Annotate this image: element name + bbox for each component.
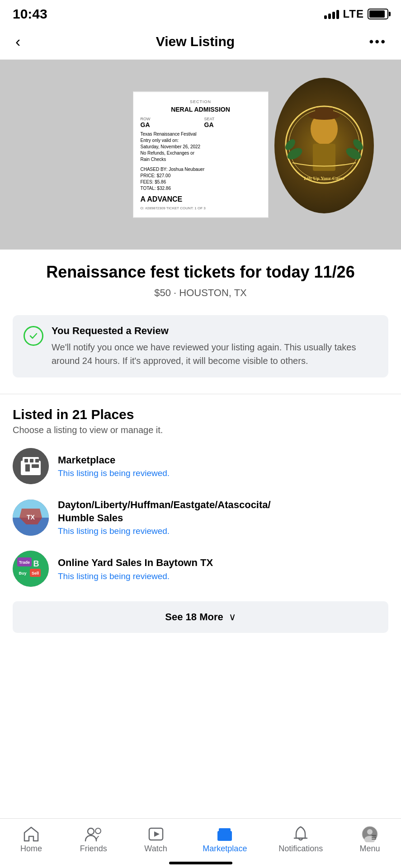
row-block: ROW GA — [141, 117, 197, 128]
svg-text:Sell: Sell — [32, 571, 39, 576]
header: ‹ View Listing ••• — [0, 25, 401, 60]
listing-item-info-yardsales: Online Yard Sales In Baytown TX This lis… — [58, 557, 213, 581]
svg-text:Buy: Buy — [19, 571, 26, 576]
price: PRICE: $27.00 — [141, 173, 261, 179]
signal-bar-4 — [336, 10, 339, 19]
list-item[interactable]: Trade Buy Sell B Online Yard Sales In Ba… — [13, 551, 388, 587]
svg-rect-4 — [315, 108, 333, 118]
listed-subheading: Choose a listing to view or manage it. — [13, 425, 388, 435]
svg-rect-47 — [372, 837, 376, 838]
nav-item-watch[interactable]: Watch — [133, 824, 179, 855]
back-button[interactable]: ‹ — [11, 31, 25, 52]
listing-title: Renaissance fest tickets for today 11/26 — [13, 262, 388, 282]
signal-bar-3 — [332, 12, 335, 19]
more-options-button[interactable]: ••• — [366, 33, 390, 51]
admission-title: NERAL ADMISSION — [141, 106, 261, 113]
texas-sales-avatar: TX — [13, 500, 49, 536]
svg-marker-35 — [154, 831, 160, 837]
row-seat: ROW GA SEAT GA — [141, 117, 261, 128]
svg-rect-18 — [32, 464, 39, 468]
signal-bar-2 — [328, 14, 331, 19]
svg-text:Trade: Trade — [19, 560, 30, 565]
ticket-image: SECTION NERAL ADMISSION ROW GA SEAT GA T… — [0, 60, 401, 250]
seat-label: SEAT — [204, 117, 261, 121]
listing-content: Renaissance fest tickets for today 11/26… — [0, 250, 401, 377]
listing-item-name-marketplace: Marketplace — [58, 454, 170, 467]
nav-label-notifications: Notifications — [278, 844, 323, 854]
listing-item-status-yardsales: This listing is being reviewed. — [58, 571, 213, 581]
svg-rect-40 — [222, 835, 225, 839]
svg-text:B: B — [33, 559, 39, 568]
list-item[interactable]: Marketplace This listing is being review… — [13, 448, 388, 484]
svg-point-32 — [88, 828, 94, 835]
fest-info: Texas Renaissance FestivalEntry only val… — [141, 131, 261, 163]
battery-icon — [368, 9, 388, 19]
review-box: You Requested a Review We'll notify you … — [13, 315, 388, 377]
nav-item-marketplace[interactable]: Marketplace — [195, 824, 254, 855]
nav-item-friends[interactable]: Friends — [71, 824, 116, 855]
review-heading: You Requested a Review — [52, 325, 377, 337]
purchase-label: CHASED BY: Joshua Neubauer — [141, 166, 261, 173]
svg-point-24 — [13, 551, 49, 587]
nav-item-menu[interactable]: Menu — [347, 824, 392, 855]
section-label: SECTION — [141, 99, 261, 104]
svg-rect-14 — [24, 459, 28, 462]
marketplace-avatar-svg — [13, 448, 49, 484]
svg-rect-17 — [25, 464, 30, 472]
list-item[interactable]: TX Dayton/Liberty/Huffman/Eastgate/Atasc… — [13, 499, 388, 536]
nav-label-watch: Watch — [144, 844, 167, 854]
listing-item-name-yardsales: Online Yard Sales In Baytown TX — [58, 557, 213, 570]
status-bar: 10:43 LTE — [0, 0, 401, 25]
bottom-nav: Home Friends Watch — [0, 818, 401, 868]
signal-bars — [324, 9, 339, 19]
listing-item-status-texas: This listing is being reviewed. — [58, 526, 271, 536]
nav-label-marketplace: Marketplace — [203, 844, 247, 854]
nav-item-home[interactable]: Home — [9, 824, 54, 855]
svg-rect-5 — [313, 144, 335, 171]
menu-icon — [361, 826, 379, 842]
svg-point-44 — [367, 829, 373, 835]
yard-sales-avatar: Trade Buy Sell B — [13, 551, 49, 587]
ticket-stub: SECTION NERAL ADMISSION ROW GA SEAT GA T… — [133, 92, 269, 218]
price-info: CHASED BY: Joshua Neubauer PRICE: $27.00… — [141, 166, 261, 192]
fees: FEES: $5.86 — [141, 179, 261, 185]
svg-rect-48 — [372, 839, 376, 840]
listing-item-info-texas: Dayton/Liberty/Huffman/Eastgate/Atascoci… — [58, 499, 271, 536]
emblem-overlay: Lift Up Your Cares — [274, 78, 374, 213]
marketplace-avatar — [13, 448, 49, 484]
barcode-row: O: #289872309 TICKET COUNT: 1 OF 3 — [141, 206, 261, 210]
svg-rect-37 — [219, 828, 231, 834]
section-divider — [0, 394, 401, 394]
row-label: ROW — [141, 117, 197, 121]
listing-item-status-marketplace: This listing is being reviewed. — [58, 468, 170, 478]
svg-rect-41 — [225, 835, 230, 837]
advance-label: A ADVANCE — [141, 195, 261, 203]
svg-rect-39 — [226, 830, 229, 832]
listing-item-info-marketplace: Marketplace This listing is being review… — [58, 454, 170, 479]
see-more-button[interactable]: See 18 More ∨ — [13, 601, 388, 633]
nav-label-menu: Menu — [360, 844, 380, 854]
texas-avatar-svg: TX — [13, 500, 49, 536]
nav-item-notifications[interactable]: Notifications — [271, 824, 330, 855]
friends-icon — [85, 826, 103, 842]
listing-item-name-texas: Dayton/Liberty/Huffman/Eastgate/Atascoci… — [58, 499, 271, 524]
marketplace-icon — [216, 826, 234, 842]
seat-value: GA — [204, 121, 261, 128]
nav-label-home: Home — [20, 844, 42, 854]
trade-avatar-svg: Trade Buy Sell B — [13, 551, 49, 587]
status-time: 10:43 — [13, 6, 47, 22]
svg-rect-46 — [372, 835, 376, 836]
svg-rect-38 — [221, 830, 223, 832]
status-right: LTE — [324, 8, 388, 20]
review-text-block: You Requested a Review We'll notify you … — [52, 325, 377, 368]
listed-heading: Listed in 21 Places — [13, 407, 388, 422]
review-checkmark-icon — [24, 326, 43, 346]
chevron-down-icon: ∨ — [229, 611, 236, 623]
checkmark-svg — [28, 330, 39, 341]
see-more-label: See 18 More — [165, 611, 223, 623]
seat-block: SEAT GA — [204, 117, 261, 128]
emblem-svg: Lift Up Your Cares — [283, 90, 365, 199]
signal-bar-1 — [324, 15, 327, 19]
lte-label: LTE — [343, 8, 364, 20]
row-value: GA — [141, 121, 197, 128]
